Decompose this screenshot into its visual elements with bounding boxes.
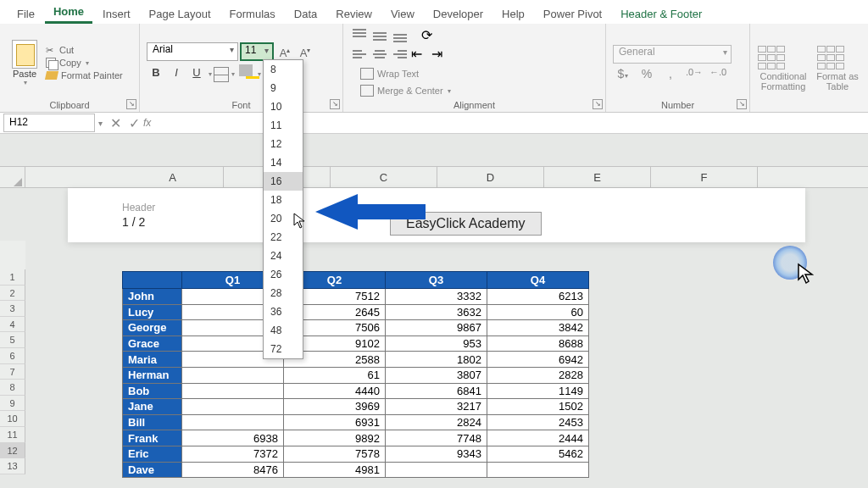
enter-formula-button[interactable]: ✓ [125, 115, 143, 131]
comma-style-button[interactable]: , [660, 67, 681, 80]
cell[interactable]: 1802 [386, 352, 487, 368]
select-all-corner[interactable] [0, 167, 25, 189]
tab-insert[interactable]: Insert [94, 4, 139, 24]
decrease-decimal-button[interactable]: ←.0 [708, 67, 728, 80]
cell[interactable]: 7372 [182, 446, 284, 462]
row-header[interactable]: 12 [0, 443, 25, 459]
decrease-indent-button[interactable]: ⇤ [411, 46, 430, 64]
tab-developer[interactable]: Developer [425, 4, 492, 24]
cell[interactable]: 6213 [487, 289, 589, 305]
cell[interactable]: 2828 [487, 367, 589, 383]
cell[interactable]: 60 [487, 304, 589, 320]
cell[interactable]: 7748 [386, 430, 487, 446]
alignment-dialog-launcher[interactable]: ↘ [593, 99, 603, 109]
percent-button[interactable]: % [637, 67, 657, 80]
font-size-dropdown[interactable]: 8 9 10 11 12 14 16 18 20 22 24 26 28 36 … [263, 59, 303, 359]
bold-button[interactable]: B [147, 64, 165, 83]
font-size-option[interactable]: 26 [264, 265, 303, 284]
cell[interactable]: 3332 [386, 289, 487, 305]
row-header[interactable]: 3 [0, 301, 25, 317]
format-as-table-button[interactable]: Format as Table [816, 46, 859, 92]
cell[interactable]: 5462 [487, 446, 589, 462]
tab-review[interactable]: Review [327, 4, 381, 24]
copy-button[interactable]: Copy▾ [46, 58, 123, 68]
row-name-cell[interactable]: George [123, 320, 182, 336]
orientation-button[interactable]: ⟳ [421, 27, 440, 46]
tab-header-footer[interactable]: Header & Footer [612, 4, 710, 24]
align-middle-button[interactable] [370, 27, 389, 46]
tab-power-pivot[interactable]: Power Pivot [535, 4, 610, 24]
row-name-cell[interactable]: Lucy [123, 304, 182, 320]
tab-file[interactable]: File [8, 4, 43, 24]
tab-home[interactable]: Home [45, 2, 92, 24]
cell[interactable] [182, 367, 284, 383]
font-size-option[interactable]: 16 [264, 172, 303, 191]
increase-indent-button[interactable]: ⇥ [431, 46, 450, 64]
row-header[interactable]: 8 [0, 380, 25, 396]
conditional-formatting-button[interactable]: Conditional Formatting [757, 46, 810, 92]
row-name-cell[interactable]: Bob [123, 383, 182, 399]
cell[interactable]: 2444 [487, 430, 589, 446]
font-size-option[interactable]: 11 [264, 116, 303, 135]
cell[interactable]: 4440 [284, 383, 386, 399]
underline-button[interactable]: U [187, 64, 206, 83]
row-header[interactable]: 6 [0, 348, 25, 364]
number-dialog-launcher[interactable]: ↘ [737, 99, 747, 109]
row-name-cell[interactable]: Maria [123, 352, 182, 368]
name-box[interactable]: H12 [3, 114, 95, 132]
font-size-option[interactable]: 20 [264, 209, 303, 228]
row-name-cell[interactable]: Eric [123, 446, 182, 462]
column-header[interactable]: F [651, 167, 758, 189]
row-header[interactable]: 9 [0, 396, 25, 412]
row-name-cell[interactable]: Dave [123, 462, 182, 478]
increase-decimal-button[interactable]: .0→ [684, 67, 704, 80]
cell[interactable]: 61 [284, 367, 386, 383]
tab-page-layout[interactable]: Page Layout [141, 4, 220, 24]
row-name-cell[interactable]: John [123, 289, 182, 305]
cell[interactable]: 3217 [386, 399, 487, 415]
font-size-option[interactable]: 24 [264, 247, 303, 265]
tab-formulas[interactable]: Formulas [221, 4, 284, 24]
font-size-option[interactable]: 8 [264, 60, 303, 79]
cell[interactable]: 8476 [182, 462, 284, 478]
merge-center-button[interactable]: Merge & Center▾ [360, 85, 451, 97]
row-header[interactable]: 11 [0, 427, 25, 443]
borders-button[interactable] [214, 67, 229, 82]
cell[interactable]: 3969 [284, 399, 386, 415]
cell[interactable]: 9343 [386, 446, 487, 462]
row-name-cell[interactable]: Bill [123, 414, 182, 430]
cell[interactable] [182, 383, 284, 399]
font-size-option[interactable]: 36 [264, 302, 303, 321]
italic-button[interactable]: I [167, 64, 186, 83]
fx-icon[interactable]: fx [143, 117, 151, 129]
accounting-button[interactable]: $▾ [613, 67, 633, 80]
font-size-option[interactable]: 48 [264, 321, 303, 340]
number-format-select[interactable]: General [613, 45, 732, 64]
column-header[interactable]: D [437, 167, 544, 189]
format-painter-button[interactable]: Format Painter [46, 70, 123, 80]
column-header[interactable]: A [122, 167, 224, 189]
cell[interactable] [386, 462, 487, 478]
row-header[interactable]: 7 [0, 364, 25, 380]
font-name-select[interactable]: Arial [147, 42, 238, 61]
row-header[interactable]: 10 [0, 411, 25, 427]
cell[interactable]: 3807 [386, 367, 487, 383]
cell[interactable]: 1149 [487, 383, 589, 399]
font-size-option[interactable]: 12 [264, 135, 303, 153]
row-header[interactable]: 5 [0, 332, 25, 348]
font-size-option[interactable]: 28 [264, 284, 303, 302]
font-size-option[interactable]: 10 [264, 97, 303, 116]
tab-help[interactable]: Help [493, 4, 533, 24]
decrease-font-button[interactable]: A▾ [296, 42, 314, 61]
cell[interactable]: 6942 [487, 352, 589, 368]
cell[interactable]: 6841 [386, 383, 487, 399]
row-header[interactable]: 13 [0, 458, 25, 474]
align-left-button[interactable] [350, 46, 369, 64]
font-size-option[interactable]: 18 [264, 191, 303, 209]
paste-button[interactable]: Paste ▾ [7, 40, 42, 86]
column-header[interactable]: C [331, 167, 437, 189]
cell[interactable]: 2453 [487, 414, 589, 430]
fill-color-button[interactable] [236, 64, 255, 83]
tab-view[interactable]: View [382, 4, 423, 24]
cancel-formula-button[interactable]: ✕ [106, 115, 125, 131]
